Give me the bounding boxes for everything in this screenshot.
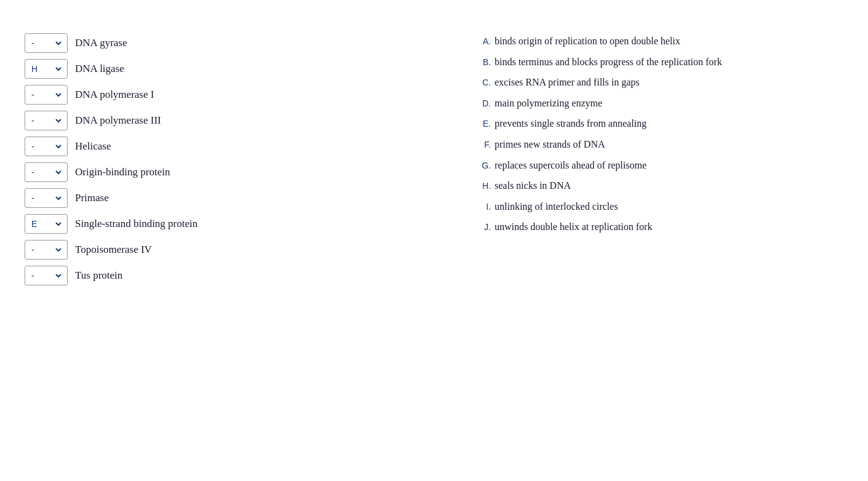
enzyme-label-dna-pol-iii: DNA polymerase III: [75, 114, 161, 127]
left-column: -ABCDEFGHIJDNA gyrase-ABCDEFGHIJDNA liga…: [25, 33, 443, 285]
select-ssb[interactable]: -ABCDEFGHIJ: [29, 218, 63, 229]
answer-item-d: D.main polymerizing enzyme: [480, 95, 843, 111]
answer-text-j: unwinds double helix at replication fork: [495, 219, 652, 235]
dropdown-origin-binding[interactable]: -ABCDEFGHIJ: [25, 162, 68, 182]
dropdown-ssb[interactable]: -ABCDEFGHIJ: [25, 214, 68, 234]
answer-item-b: B.binds terminus and blocks progress of …: [480, 54, 843, 70]
enzyme-label-dna-pol-i: DNA polymerase I: [75, 89, 154, 101]
answer-item-c: C.excises RNA primer and fills in gaps: [480, 74, 843, 90]
dropdown-dna-pol-i[interactable]: -ABCDEFGHIJ: [25, 85, 68, 105]
match-row: -ABCDEFGHIJDNA ligase: [25, 59, 443, 79]
enzyme-label-helicase: Helicase: [75, 140, 111, 153]
dropdown-topo-iv[interactable]: -ABCDEFGHIJ: [25, 240, 68, 260]
dropdown-dna-gyrase[interactable]: -ABCDEFGHIJ: [25, 33, 68, 53]
answer-item-f: F.primes new strands of DNA: [480, 137, 843, 153]
answer-item-h: H.seals nicks in DNA: [480, 178, 843, 194]
match-row: -ABCDEFGHIJOrigin-binding protein: [25, 162, 443, 182]
answer-letter-i: I.: [480, 200, 491, 213]
enzyme-label-primase: Primase: [75, 192, 109, 204]
match-row: -ABCDEFGHIJDNA polymerase I: [25, 85, 443, 105]
select-dna-pol-i[interactable]: -ABCDEFGHIJ: [29, 89, 63, 100]
enzyme-label-topo-iv: Topoisomerase IV: [75, 244, 152, 256]
answer-item-a: A.binds origin of replication to open do…: [480, 33, 843, 49]
answer-text-a: binds origin of replication to open doub…: [495, 33, 680, 49]
enzyme-label-tus: Tus protein: [75, 269, 122, 282]
answer-text-f: primes new strands of DNA: [495, 137, 605, 153]
answer-text-i: unlinking of interlocked circles: [495, 199, 618, 215]
select-dna-ligase[interactable]: -ABCDEFGHIJ: [29, 63, 63, 74]
enzyme-label-dna-ligase: DNA ligase: [75, 63, 124, 75]
match-row: -ABCDEFGHIJDNA gyrase: [25, 33, 443, 53]
match-row: -ABCDEFGHIJHelicase: [25, 137, 443, 156]
select-topo-iv[interactable]: -ABCDEFGHIJ: [29, 244, 63, 255]
answer-text-b: binds terminus and blocks progress of th…: [495, 54, 722, 70]
select-dna-pol-iii[interactable]: -ABCDEFGHIJ: [29, 115, 63, 126]
select-helicase[interactable]: -ABCDEFGHIJ: [29, 141, 63, 152]
select-primase[interactable]: -ABCDEFGHIJ: [29, 193, 63, 204]
answer-letter-e: E.: [480, 117, 491, 130]
answer-text-h: seals nicks in DNA: [495, 178, 571, 194]
answer-item-i: I.unlinking of interlocked circles: [480, 199, 843, 215]
answer-letter-c: C.: [480, 76, 491, 89]
answer-letter-a: A.: [480, 34, 491, 48]
answer-letter-d: D.: [480, 97, 491, 110]
dropdown-dna-pol-iii[interactable]: -ABCDEFGHIJ: [25, 111, 68, 130]
answer-letter-j: J.: [480, 220, 491, 234]
match-row: -ABCDEFGHIJSingle-strand binding protein: [25, 214, 443, 234]
answer-letter-b: B.: [480, 55, 491, 69]
enzyme-label-origin-binding: Origin-binding protein: [75, 166, 170, 178]
answer-letter-g: G.: [480, 159, 491, 172]
match-row: -ABCDEFGHIJDNA polymerase III: [25, 111, 443, 130]
answer-item-g: G.replaces supercoils ahead of replisome: [480, 157, 843, 173]
enzyme-label-dna-gyrase: DNA gyrase: [75, 37, 127, 49]
answer-letter-h: H.: [480, 179, 491, 193]
answer-text-e: prevents single strands from annealing: [495, 116, 647, 132]
select-origin-binding[interactable]: -ABCDEFGHIJ: [29, 167, 63, 178]
answer-item-e: E.prevents single strands from annealing: [480, 116, 843, 132]
main-content: -ABCDEFGHIJDNA gyrase-ABCDEFGHIJDNA liga…: [25, 33, 843, 285]
answer-letter-f: F.: [480, 138, 491, 151]
dropdown-tus[interactable]: -ABCDEFGHIJ: [25, 266, 68, 285]
answer-text-d: main polymerizing enzyme: [495, 95, 602, 111]
match-row: -ABCDEFGHIJTopoisomerase IV: [25, 240, 443, 260]
select-dna-gyrase[interactable]: -ABCDEFGHIJ: [29, 38, 63, 49]
select-tus[interactable]: -ABCDEFGHIJ: [29, 270, 63, 281]
answer-text-g: replaces supercoils ahead of replisome: [495, 157, 647, 173]
dropdown-dna-ligase[interactable]: -ABCDEFGHIJ: [25, 59, 68, 79]
enzyme-label-ssb: Single-strand binding protein: [75, 218, 197, 230]
dropdown-primase[interactable]: -ABCDEFGHIJ: [25, 188, 68, 208]
right-column: A.binds origin of replication to open do…: [443, 33, 843, 285]
answer-text-c: excises RNA primer and fills in gaps: [495, 74, 640, 90]
dropdown-helicase[interactable]: -ABCDEFGHIJ: [25, 137, 68, 156]
answer-item-j: J.unwinds double helix at replication fo…: [480, 219, 843, 235]
match-row: -ABCDEFGHIJPrimase: [25, 188, 443, 208]
match-row: -ABCDEFGHIJTus protein: [25, 266, 443, 285]
